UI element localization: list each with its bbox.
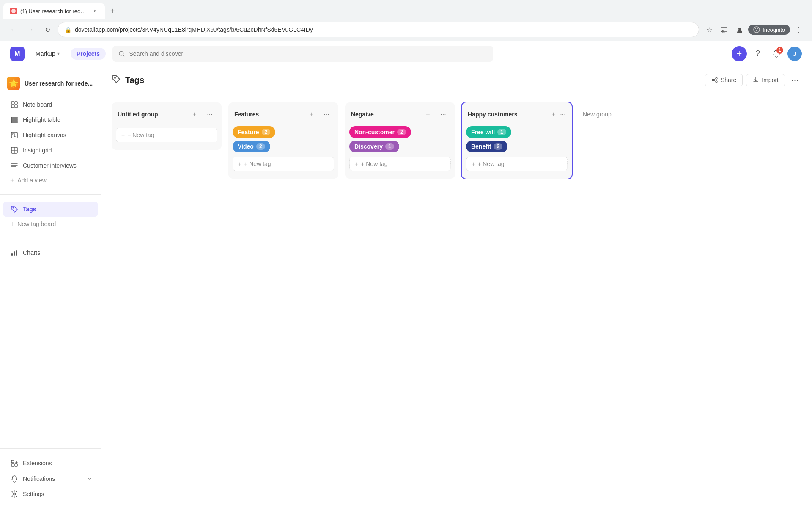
page-title-icon [112, 75, 121, 86]
new-tag-button-features[interactable]: + + New tag [233, 157, 334, 171]
column-header-negaive: Negaive + ··· [345, 102, 455, 124]
note-board-label: Note board [23, 101, 52, 108]
tag-feature-label: Feature [238, 129, 259, 135]
svg-point-2 [738, 28, 741, 30]
url-bar[interactable]: 🔒 dovetailapp.com/projects/3KV4yNUq11E8l… [58, 22, 699, 37]
sidebar-item-highlight-canvas[interactable]: Highlight canvas [3, 127, 98, 143]
add-button[interactable]: + [732, 46, 747, 61]
cast-button[interactable] [718, 23, 731, 36]
page-title: Tags [125, 75, 144, 85]
tag-discovery[interactable]: Discovery 1 [349, 141, 399, 152]
projects-button[interactable]: Projects [71, 48, 106, 60]
new-tag-board-button[interactable]: + New tag board [3, 217, 98, 231]
sidebar-item-insight-grid[interactable]: Insight grid [3, 143, 98, 158]
customer-interviews-label: Customer interviews [23, 162, 77, 169]
incognito-button[interactable]: Incognito [748, 25, 790, 35]
svg-rect-24 [11, 464, 14, 466]
column-add-happy-customers[interactable]: + [551, 108, 557, 120]
new-tag-label-untitled: + New tag [127, 132, 154, 138]
tag-non-customer-label: Non-customer [354, 129, 395, 135]
svg-rect-1 [721, 27, 727, 31]
svg-point-29 [712, 79, 714, 81]
sidebar-divider-2 [0, 238, 101, 238]
new-tag-label-features: + New tag [244, 160, 271, 167]
new-tag-button-untitled[interactable]: + + New tag [116, 128, 217, 142]
active-tab[interactable]: (1) User research for redesign... × [3, 3, 105, 19]
sidebar: 🌟 User research for rede... Note board H… [0, 66, 102, 508]
insight-grid-label: Insight grid [23, 147, 52, 154]
svg-point-3 [754, 27, 760, 33]
markup-chevron-icon: ▾ [57, 51, 60, 57]
import-button[interactable]: Import [746, 74, 785, 86]
markup-button[interactable]: Markup ▾ [31, 49, 64, 59]
column-add-untitled[interactable]: + [189, 108, 200, 120]
refresh-button[interactable]: ↻ [41, 23, 54, 36]
sidebar-item-highlight-table[interactable]: Highlight table [3, 112, 98, 127]
svg-point-19 [13, 207, 14, 209]
column-more-happy-customers[interactable]: ··· [560, 108, 566, 120]
header-actions: + ? 1 J [732, 46, 802, 61]
avatar[interactable]: J [787, 47, 802, 61]
add-view-button[interactable]: + Add a view [3, 173, 98, 188]
svg-rect-8 [11, 105, 14, 108]
svg-rect-14 [13, 133, 14, 135]
column-header-happy-customers: + ··· [462, 102, 572, 124]
tag-feature-count: 2 [262, 129, 271, 135]
sidebar-item-tags[interactable]: Tags [3, 202, 98, 217]
back-button[interactable]: ← [7, 23, 20, 36]
column-title-input-happy-customers[interactable] [468, 111, 547, 118]
new-tag-button-happy-customers[interactable]: + + New tag [466, 157, 568, 171]
tab-bar: (1) User research for redesign... × + [0, 0, 812, 19]
svg-rect-9 [15, 105, 17, 108]
share-button[interactable]: Share [705, 74, 743, 86]
tags-label: Tags [23, 206, 36, 213]
column-more-features[interactable]: ··· [321, 108, 332, 120]
sidebar-divider [0, 194, 101, 195]
svg-rect-20 [11, 253, 13, 256]
new-tag-button-negaive[interactable]: + + New tag [349, 157, 451, 171]
tag-video[interactable]: Video 2 [233, 141, 270, 152]
sidebar-item-note-board[interactable]: Note board [3, 97, 98, 112]
tag-non-customer-count: 2 [397, 129, 406, 135]
svg-rect-21 [14, 251, 15, 256]
tab-close-icon[interactable]: × [92, 8, 98, 14]
tag-benefit-count: 2 [494, 143, 502, 150]
column-more-negaive[interactable]: ··· [437, 108, 449, 120]
sidebar-item-settings[interactable]: Settings [3, 486, 98, 502]
sidebar-item-charts[interactable]: Charts [3, 245, 98, 260]
share-label: Share [721, 77, 736, 83]
column-add-features[interactable]: + [305, 108, 317, 120]
add-view-label: Add a view [17, 177, 46, 184]
new-tab-button[interactable]: + [107, 5, 118, 17]
search-input[interactable] [129, 50, 487, 57]
column-untitled: Untitled group + ··· + + New tag [112, 102, 222, 150]
column-more-untitled[interactable]: ··· [204, 108, 216, 120]
more-button[interactable]: ⋮ [792, 23, 805, 36]
forward-button[interactable]: → [24, 23, 37, 36]
column-negaive: Negaive + ··· Non-customer 2 Discovery 1 [345, 102, 455, 179]
tag-free-will[interactable]: Free will 1 [466, 126, 511, 138]
star-button[interactable]: ☆ [702, 23, 716, 36]
svg-line-31 [714, 79, 716, 80]
page-title-area: Tags [112, 75, 700, 86]
project-header[interactable]: 🌟 User research for rede... [0, 73, 101, 97]
help-button[interactable]: ? [750, 46, 765, 61]
content-actions: Share Import ··· [705, 73, 802, 87]
content-header: Tags Share Import ··· [102, 66, 812, 94]
tag-benefit[interactable]: Benefit 2 [466, 141, 508, 152]
new-group-button[interactable]: New group... [579, 108, 620, 120]
more-options-button[interactable]: ··· [788, 73, 802, 87]
sidebar-item-notifications[interactable]: Notifications › [3, 471, 98, 486]
sidebar-item-customer-interviews[interactable]: Customer interviews [3, 158, 98, 173]
project-icon: 🌟 [7, 77, 20, 90]
tag-feature[interactable]: Feature 2 [233, 126, 275, 138]
column-add-negaive[interactable]: + [422, 108, 434, 120]
sidebar-item-extensions[interactable]: Extensions [3, 456, 98, 471]
app-logo[interactable]: M [10, 47, 25, 61]
tag-non-customer[interactable]: Non-customer 2 [349, 126, 411, 138]
notifications-button[interactable]: 1 [769, 46, 784, 61]
profile-button[interactable] [733, 23, 746, 36]
tab-favicon [10, 8, 17, 14]
svg-line-32 [714, 80, 716, 81]
svg-rect-6 [11, 102, 14, 104]
